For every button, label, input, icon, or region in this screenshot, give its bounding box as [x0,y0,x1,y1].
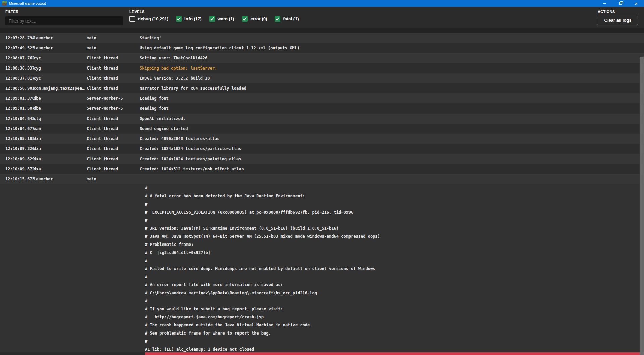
log-row-logger: ctq [34,116,87,121]
level-checkbox-row: debug (10,291) info (17) warn (1) error … [129,16,299,22]
fatal-block-line: # Failed to write core dump. Minidumps a… [145,265,644,273]
level-checkbox-warn[interactable]: warn (1) [209,16,234,22]
log-row-logger: launcher [34,46,87,50]
levels-section-label: LEVELS [129,10,299,14]
level-checkbox-label: info (17) [184,16,202,21]
log-row-logger: eam [34,126,87,131]
log-row[interactable]: 12:10:09.872 dxa Client thread Created: … [0,164,644,174]
log-row-time: 12:10:09.820 [0,146,34,151]
minecraft-grass-block-icon [2,1,7,6]
level-checkbox-box[interactable] [242,16,248,22]
log-row-message: Created: 1024x512 textures/mob_effect-at… [140,167,644,171]
close-icon: × [635,1,638,6]
log-row-message: Skipping bad option: lastServer: [140,66,644,71]
log-row-message: Setting user: ThatCoolKid426 [140,56,644,60]
title-bar: Minecraft game output × [0,0,644,7]
log-row-logger: dbe [34,106,87,111]
fatal-block-line: # [145,216,644,224]
toolbar: FILTER LEVELS debug (10,291) info (17) w… [0,7,644,28]
level-checkbox-box[interactable] [209,16,215,22]
log-row-list: 12:07:28.794 launcher main Starting! 12:… [0,28,644,184]
fatal-block-line: # JRE version: Java(TM) SE Runtime Envir… [145,224,644,232]
log-row-thread: Client thread [87,146,140,151]
level-checkbox-label: error (0) [250,16,267,21]
log-row-time: 12:08:36.337 [0,66,34,71]
log-row-thread: Client thread [87,56,140,60]
fatal-row-highlight [145,352,640,355]
close-button[interactable]: × [628,0,644,7]
log-row-time: 12:10:05.108 [0,136,34,141]
filter-section: FILTER [5,10,123,25]
level-checkbox-debug[interactable]: debug (10,291) [129,16,168,22]
level-checkbox-info[interactable]: info (17) [176,16,202,22]
fatal-block-line: # Java VM: Java HotSpot(TM) 64-Bit Serve… [145,232,644,240]
log-row[interactable]: 12:08:36.337 cyg Client thread Skipping … [0,63,644,73]
checkmark-icon [243,17,247,21]
fatal-block-line: # [145,200,644,208]
level-checkbox-fatal[interactable]: fatal (1) [275,16,299,22]
actions-section-label: ACTIONS [598,10,638,14]
fatal-block-line: # An error report file with more informa… [145,281,644,289]
log-row-thread: main [87,46,140,50]
log-row[interactable]: 12:09:01.507 dbe Server-Worker-5 Reading… [0,103,644,114]
log-row[interactable]: 12:08:56.901 com.mojang.text2spee… Clien… [0,83,644,93]
log-row-time: 12:10:09.829 [0,157,34,161]
log-row-message: Using default game log configuration cli… [140,46,644,50]
restore-button[interactable] [612,0,628,7]
restore-icon [619,2,622,5]
log-row-time: 12:10:15.673 [0,177,34,181]
log-row-logger: dxa [34,157,87,161]
fatal-block-line: # Problematic frame: [145,240,644,249]
log-row[interactable]: 12:10:09.820 dxa Client thread Created: … [0,144,644,154]
log-row[interactable]: 12:10:15.673 launcher main [0,174,644,184]
log-row-logger: cyc [34,56,87,60]
log-row-thread: Client thread [87,76,140,81]
log-row[interactable]: 12:10:05.108 dxa Client thread Created: … [0,134,644,144]
fatal-block-line: # If you would like to submit a bug repo… [145,305,644,313]
vertical-scrollbar-thumb[interactable] [640,57,644,355]
fatal-block-line: # See problematic frame for where to rep… [145,329,644,337]
log-row[interactable]: 12:10:09.829 dxa Client thread Created: … [0,154,644,164]
level-checkbox-box[interactable] [129,16,135,22]
level-checkbox-box[interactable] [275,16,280,22]
log-row-thread: Client thread [87,66,140,71]
clear-all-logs-button[interactable]: Clear all logs [598,16,638,25]
log-row-thread: Server-Worker-5 [87,106,140,111]
log-row-time: 12:10:04.677 [0,126,34,131]
log-row-time: 12:10:04.643 [0,116,34,121]
levels-section: LEVELS debug (10,291) info (17) warn (1) [129,10,299,22]
log-row-message: Created: 1024x1024 textures/particle-atl… [140,146,644,151]
log-row-logger: dxa [34,167,87,171]
minimize-icon [603,3,606,4]
log-row-logger: launcher [34,177,87,181]
level-checkbox-box[interactable] [176,16,182,22]
log-row-thread: Server-Worker-5 [87,96,140,101]
log-row-message: Reading font [140,106,644,111]
log-row-logger: launcher [34,36,87,40]
log-row-logger: dbe [34,96,87,101]
log-row[interactable]: 12:08:07.762 cyc Client thread Setting u… [0,53,644,63]
log-row[interactable]: 12:10:04.677 eam Client thread Sound eng… [0,124,644,134]
log-row[interactable]: 12:07:49.525 launcher main Using default… [0,43,644,53]
level-checkbox-label: warn (1) [218,16,234,21]
level-checkbox-label: fatal (1) [283,16,299,21]
checkmark-icon [210,17,214,21]
actions-section: ACTIONS Clear all logs [598,10,638,25]
fatal-block-line: # [145,337,644,345]
log-row[interactable]: 12:09:01.376 dbe Server-Worker-5 Loading… [0,93,644,103]
fatal-block-line: # C:\Users\andrew martinez\AppData\Roami… [145,289,644,297]
checkmark-icon [275,17,280,21]
filter-section-label: FILTER [5,10,123,14]
log-row[interactable]: 12:10:04.643 ctq Client thread OpenAL in… [0,114,644,124]
log-row-message: OpenAL initialized. [140,116,644,121]
minimize-button[interactable] [597,0,612,7]
log-row-time: 12:09:01.507 [0,106,34,111]
log-row-message: LWJGL Version: 3.2.2 build 10 [140,76,644,81]
log-row-message: Narrator library for x64 successfully lo… [140,86,644,91]
filter-text-input[interactable] [5,16,123,25]
log-row[interactable]: 12:08:37.017 cyc Client thread LWJGL Ver… [0,73,644,83]
level-checkbox-error[interactable]: error (0) [242,16,267,22]
fatal-block-line: # C [ig8icd64.dll+0x927fb] [145,249,644,257]
log-row[interactable]: 12:07:28.794 launcher main Starting! [0,33,644,43]
fatal-block-line: # EXCEPTION_ACCESS_VIOLATION (0xc0000005… [145,208,644,216]
